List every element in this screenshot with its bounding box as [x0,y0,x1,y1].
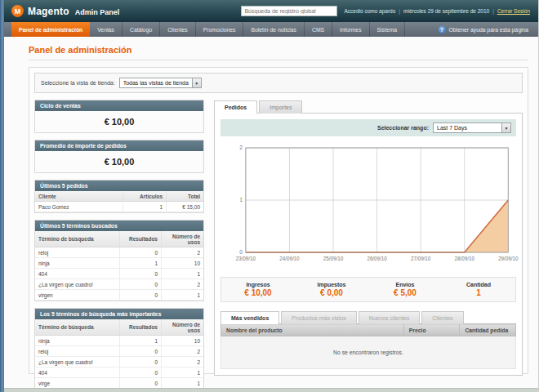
chevron-down-icon: ▼ [501,123,510,132]
table-cell: ¿La virgen que cuadro! [35,279,119,290]
column-header[interactable]: Cantidad pedida [460,324,516,336]
top-search-terms-title: Los 5 términos de búsqueda más important… [35,309,203,319]
get-help-link[interactable]: ? Obtener ayuda para esta página [439,22,539,37]
nav-item-dashboard[interactable]: Panel de administración [11,22,90,37]
table-cell: 0 [119,247,162,258]
last-search-terms-title: Últimos 5 términos buscados [35,220,203,231]
table-header-row: Término de búsqueda Resultados Número de… [35,231,203,247]
totals-bar: Ingresos € 10,00 Impuestos € 0,00 Envíos… [220,277,516,302]
window-bottom-edge [0,388,539,392]
svg-text:2: 2 [239,145,243,150]
nav-item-customers[interactable]: Clientes [160,22,196,37]
top-header: M Magento Admin Panel Accedió como apard… [0,0,538,22]
table-row[interactable]: 404 0 1 [35,368,203,378]
store-view-label: Seleccione la vista de tienda: [41,80,115,86]
range-select[interactable]: Last 7 Days ▼ [433,122,511,133]
tab-amounts[interactable]: Importes [259,100,302,114]
stat-shipping: Envíos € 5,00 [368,282,442,297]
chart-svg: 01223/09/1024/09/1025/09/1026/09/1027/09… [222,141,514,270]
table-cell: 1 [119,336,162,346]
svg-text:23/09/10: 23/09/10 [236,256,256,261]
column-header[interactable]: Término de búsqueda [35,231,119,247]
empty-row: No se encontraron registros. [221,336,516,369]
table-cell: € 15,00 [167,202,203,212]
svg-text:0: 0 [239,249,243,255]
svg-text:26/09/10: 26/09/10 [367,256,387,261]
table-cell: ¿La virgen que cuadro! [35,357,119,368]
table-cell: virge [35,378,119,389]
lifetime-sales-panel: Ciclo de ventas € 10,00 [34,100,204,133]
chart-tabs: Pedidos Importes [214,100,523,113]
table-row[interactable]: Paco Gomez 1 € 15,00 [35,202,203,212]
average-orders-title: Promedio de importe de pedidos [35,140,203,151]
nav-item-newsletter[interactable]: Boletín de noticias [243,22,305,37]
column-header[interactable]: Número de usos [162,319,204,336]
nav-item-cms[interactable]: CMS [305,22,332,37]
table-cell: reloj [35,247,119,258]
tab-orders[interactable]: Pedidos [214,100,257,114]
table-cell: 2 [162,247,204,258]
range-label: Seleccionar rango: [377,125,429,131]
column-header[interactable]: Precio [403,324,460,336]
tab-bestsellers[interactable]: Más vendidos [220,311,279,324]
column-header[interactable]: Artículos [122,191,167,202]
dashboard-main: Pedidos Importes Seleccionar rango: Last… [214,100,523,392]
logo-subtext: Admin Panel [75,8,120,16]
table-row[interactable]: virgen 0 1 [35,290,203,301]
table-cell: 2 [162,357,204,368]
table-row[interactable]: ¿La virgen que cuadro! 0 2 [35,279,203,290]
last-search-terms-table: Término de búsqueda Resultados Número de… [35,231,203,301]
table-cell: 1 [162,269,204,279]
stat-label: Ingresos [221,282,295,287]
column-header[interactable]: Término de búsqueda [35,319,119,336]
table-row[interactable]: ninja 1 10 [35,258,203,269]
table-cell: ninja [35,336,119,346]
global-search-input[interactable] [241,6,337,16]
column-header[interactable]: Total [167,191,203,202]
column-header[interactable]: Resultados [119,231,162,247]
stat-label: Cantidad [442,282,515,287]
help-icon: ? [439,26,446,33]
tab-most-viewed[interactable]: Productos más vistos [281,311,357,324]
svg-text:28/09/10: 28/09/10 [455,256,475,261]
stat-value: € 10,00 [221,288,295,297]
nav-item-system[interactable]: Sistema [370,22,406,37]
last-orders-panel: Últimos 5 pedidos Cliente Artículos Tota… [34,180,204,213]
last-orders-title: Últimos 5 pedidos [35,180,203,191]
tab-customers[interactable]: Clientes [421,311,463,324]
logout-link[interactable]: Cerrar Sesión [497,8,530,14]
table-row[interactable]: reloj 0 2 [35,247,203,258]
stat-quantity: Cantidad 1 [442,282,515,297]
table-cell: 1 [162,290,204,301]
table-row[interactable]: virge 0 1 [35,378,203,389]
average-orders-value: € 10,00 [35,151,203,172]
nav-item-reports[interactable]: Informes [332,22,369,37]
nav-item-catalog[interactable]: Catálogo [122,22,160,37]
column-header[interactable]: Número de usos [162,231,204,247]
table-cell: 0 [119,357,162,368]
table-row[interactable]: 404 0 1 [35,269,203,279]
stat-value: € 0,00 [295,288,368,297]
table-cell: 1 [162,378,204,389]
table-cell: virgen [35,290,119,301]
column-header[interactable]: Nombre del producto [221,324,404,336]
table-header-row: Nombre del producto Precio Cantidad pedi… [221,324,516,336]
tab-new-customers[interactable]: Nuevos clientes [359,311,420,324]
nav-item-promotions[interactable]: Promociones [196,22,244,37]
table-cell: 1 [162,368,204,378]
store-view-value: Todas las vistas de tienda [120,80,192,86]
table-row[interactable]: ninja 1 10 [35,336,203,346]
table-cell: 0 [119,378,162,389]
column-header[interactable]: Resultados [119,319,162,336]
column-header[interactable]: Cliente [35,191,122,202]
table-cell: 404 [35,269,119,279]
table-header-row: Cliente Artículos Total [35,191,203,202]
nav-item-sales[interactable]: Ventas [90,22,122,37]
table-row[interactable]: reloj 0 2 [35,346,203,357]
svg-text:29/09/10: 29/09/10 [498,256,519,261]
top-search-terms-panel: Los 5 términos de búsqueda más important… [34,308,204,390]
magento-logo-icon: M [11,5,24,17]
store-view-select[interactable]: Todas las vistas de tienda ▼ [119,78,202,88]
table-row[interactable]: ¿La virgen que cuadro! 0 2 [35,357,203,368]
table-cell: 10 [162,336,204,346]
